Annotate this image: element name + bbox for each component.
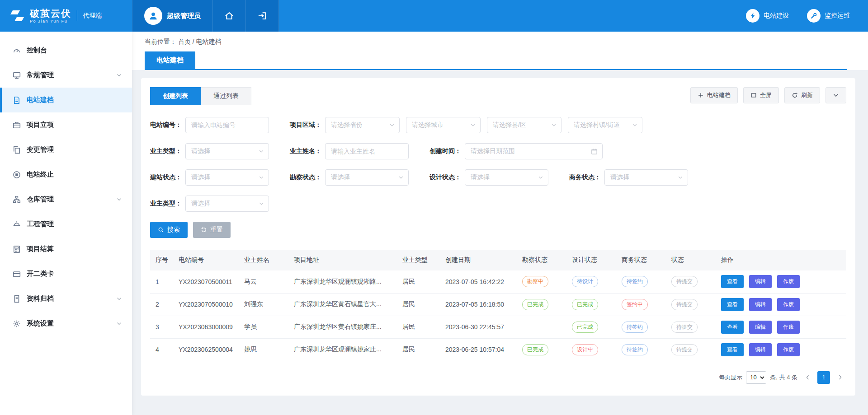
chevron-down-icon — [538, 175, 543, 180]
table-row: 3YX2023063000009学员广东深圳龙华区黄石镇姚家庄...居民2023… — [150, 316, 846, 338]
chevron-down-icon — [678, 175, 683, 180]
sidebar-item-label: 开二类卡 — [27, 270, 54, 278]
column-header: 业主类型 — [399, 250, 442, 270]
sidebar-item-system-settings[interactable]: 系统设置 — [0, 311, 132, 336]
cell-design-status: 设计中 — [568, 338, 618, 361]
next-page-button[interactable] — [834, 371, 846, 384]
nav-station-build[interactable]: 电站建设 — [746, 9, 789, 23]
sidebar-item-station-filing[interactable]: 电站建档 — [0, 88, 132, 112]
logout-button[interactable] — [246, 0, 279, 32]
business-status-select[interactable]: 请选择 — [604, 169, 688, 186]
build-status-select[interactable]: 请选择 — [185, 169, 269, 186]
gauge-icon — [13, 47, 21, 55]
chevron-down-icon — [551, 122, 557, 128]
home-button[interactable] — [213, 0, 246, 32]
page-1-button[interactable]: 1 — [817, 371, 830, 384]
breadcrumb-home-link[interactable]: 首页 — [178, 38, 191, 45]
reset-button[interactable]: 重置 — [193, 222, 231, 238]
owner-name-input[interactable] — [325, 143, 409, 159]
main-content: 当前位置： 首页 / 电站建档 电站建档 创建列表 通过列表 电站建档 全屏 — [132, 0, 868, 415]
cell-actions: 查看编辑作废 — [717, 270, 846, 293]
home-icon — [225, 11, 234, 20]
fullscreen-button[interactable]: 全屏 — [743, 87, 779, 103]
status-badge: 已完成 — [522, 299, 548, 310]
create-station-button[interactable]: 电站建档 — [690, 87, 738, 103]
survey-status-select[interactable]: 请选择 — [325, 169, 409, 186]
owner-type-select-2[interactable]: 请选择 — [185, 196, 269, 212]
county-select[interactable]: 请选择县/区 — [487, 117, 561, 133]
cell-owner: 马云 — [241, 270, 290, 293]
sidebar-item-change-management[interactable]: 变更管理 — [0, 137, 132, 162]
tab-passed-list[interactable]: 通过列表 — [201, 87, 251, 105]
logo[interactable]: 破茧云伏 Po Jian Yun Fu 代理端 — [0, 0, 132, 32]
user-menu[interactable]: 超级管理员 — [132, 0, 213, 32]
filter-create-time: 创建时间： 请选择日期范围 — [429, 143, 603, 159]
page-tab-station-filing[interactable]: 电站建档 — [145, 51, 195, 69]
helmet-icon — [13, 220, 21, 228]
sidebar-item-warehouse-management[interactable]: 仓库管理 — [0, 187, 132, 212]
refresh-button[interactable]: 刷新 — [784, 87, 820, 103]
cell-owner_type: 居民 — [399, 338, 442, 361]
archive-icon — [13, 295, 21, 303]
cell-survey-status: 已完成 — [519, 338, 568, 361]
nav-monitor-ops[interactable]: 监控运维 — [807, 9, 850, 23]
briefcase-icon — [13, 121, 21, 129]
sidebar-item-general-management[interactable]: 常规管理 — [0, 63, 132, 88]
design-status-select[interactable]: 请选择 — [465, 169, 548, 186]
city-select[interactable]: 请选择城市 — [406, 117, 481, 133]
chevron-down-icon — [259, 201, 264, 206]
sidebar-item-engineering-management[interactable]: 工程管理 — [0, 212, 132, 237]
town-select[interactable]: 请选择村镇/街道 — [568, 117, 642, 133]
cell-created: 2023-07-05 16:42:22 — [442, 270, 519, 293]
cell-no: 1 — [150, 270, 175, 293]
view-button[interactable]: 查看 — [721, 321, 744, 334]
page-size-select[interactable]: 10 — [746, 371, 766, 384]
edit-button[interactable]: 编辑 — [749, 321, 772, 334]
view-button[interactable]: 查看 — [721, 298, 744, 311]
breadcrumb: 当前位置： 首页 / 电站建档 — [145, 38, 847, 46]
sidebar-item-data-archiving[interactable]: 资料归档 — [0, 286, 132, 311]
cell-code: YX2023070500010 — [175, 293, 241, 316]
column-header: 状态 — [668, 250, 717, 270]
cell-created: 2023-06-30 22:45:57 — [442, 316, 519, 338]
station-code-input[interactable] — [185, 117, 269, 133]
void-button[interactable]: 作废 — [777, 343, 800, 356]
province-select[interactable]: 请选择省份 — [325, 117, 400, 133]
view-button[interactable]: 查看 — [721, 343, 744, 356]
cell-no: 4 — [150, 338, 175, 361]
cell-owner: 学员 — [241, 316, 290, 338]
status-badge: 待签约 — [622, 276, 648, 287]
void-button[interactable]: 作废 — [777, 321, 800, 334]
status-badge: 待设计 — [572, 276, 598, 287]
filter-label: 业主类型： — [150, 147, 182, 155]
sidebar-item-project-settlement[interactable]: 项目结算 — [0, 237, 132, 261]
status-badge: 待提交 — [671, 344, 698, 355]
void-button[interactable]: 作废 — [777, 275, 800, 288]
cell-design-status: 已完成 — [568, 316, 618, 338]
sidebar-item-project-initiation[interactable]: 项目立项 — [0, 112, 132, 137]
date-range-input[interactable]: 请选择日期范围 — [465, 143, 603, 159]
status-badge: 待签约 — [622, 344, 648, 355]
tab-create-list[interactable]: 创建列表 — [150, 87, 201, 105]
sidebar-item-class-two-card[interactable]: 开二类卡 — [0, 261, 132, 286]
collapse-button[interactable] — [826, 87, 846, 103]
edit-button[interactable]: 编辑 — [749, 275, 772, 288]
void-button[interactable]: 作废 — [777, 298, 800, 311]
prev-page-button[interactable] — [801, 371, 814, 384]
sidebar-item-dashboard[interactable]: 控制台 — [0, 38, 132, 63]
filter-label: 业主姓名： — [290, 147, 321, 155]
owner-type-select[interactable]: 请选择 — [185, 143, 269, 159]
status-badge: 勘察中 — [522, 276, 548, 287]
view-button[interactable]: 查看 — [721, 275, 744, 288]
cell-design-status: 待设计 — [568, 270, 618, 293]
portal-label: 代理端 — [83, 12, 102, 20]
edit-button[interactable]: 编辑 — [749, 343, 772, 356]
sidebar-item-station-termination[interactable]: 电站终止 — [0, 162, 132, 187]
search-button[interactable]: 搜索 — [150, 222, 188, 238]
edit-button[interactable]: 编辑 — [749, 298, 772, 311]
filter-label: 商务状态： — [569, 173, 601, 182]
user-name: 超级管理员 — [167, 12, 201, 20]
card-icon — [13, 270, 21, 278]
breadcrumb-current-link[interactable]: 电站建档 — [196, 38, 222, 45]
list-panel: 创建列表 通过列表 电站建档 全屏 刷新 — [141, 78, 855, 396]
